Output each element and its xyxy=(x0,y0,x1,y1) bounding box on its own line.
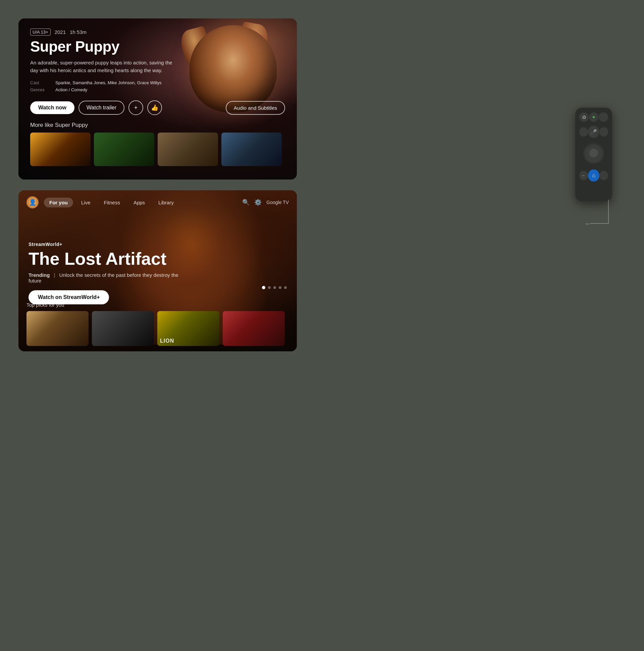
hero-dots xyxy=(262,286,287,289)
hero-tagline: Unlock the secrets of the past before th… xyxy=(29,272,179,284)
tv-navigation: 👤 For you Live Fitness Apps Library 🔍 xyxy=(19,190,297,208)
nav-label-library: Library xyxy=(158,200,174,205)
action-buttons-row: Watch now Watch trailer + 👍 Audio and Su… xyxy=(30,100,285,115)
more-like-title: More like Super Puppy xyxy=(30,122,285,128)
nav-label-fitness: Fitness xyxy=(104,200,120,205)
badge-row: U/A 13+ 2021 1h 53m xyxy=(30,29,285,36)
back-button[interactable]: ← xyxy=(579,171,588,180)
microphone-button[interactable]: 🎤 xyxy=(588,126,600,138)
extra-button-right[interactable] xyxy=(600,127,608,136)
arrow-connector: ← xyxy=(589,200,625,240)
arrow-horizontal-line xyxy=(590,223,609,224)
hero-content: StreamWorld+ The Lost Artifact Trending … xyxy=(29,242,183,304)
top-picks-label: Top picks for you xyxy=(27,302,289,308)
dot-1[interactable] xyxy=(262,286,265,289)
cast-label: Cast xyxy=(30,80,49,85)
nav-item-library[interactable]: Library xyxy=(153,198,179,207)
status-indicator xyxy=(589,113,599,122)
pick-3-label: LION xyxy=(160,338,174,344)
nav-item-for-you[interactable]: For you xyxy=(44,198,73,207)
dot-5[interactable] xyxy=(284,286,287,289)
genres-label: Genres xyxy=(30,87,49,92)
nav-label-for-you: For you xyxy=(49,200,68,205)
extra-button-1[interactable] xyxy=(599,113,608,122)
hero-subtitle: Trending | Unlock the secrets of the pas… xyxy=(29,272,183,284)
brand-label: Google TV xyxy=(266,200,289,205)
service-label: StreamWorld+ xyxy=(29,242,183,247)
movie-title: Super Puppy xyxy=(30,38,285,55)
arrow-head: ← xyxy=(585,220,591,227)
thumbnails-row xyxy=(30,132,285,166)
divider: | xyxy=(54,272,55,278)
top-picks-section: Top picks for you LION xyxy=(19,302,297,351)
extra-button-left[interactable] xyxy=(579,127,588,136)
audio-subtitles-button[interactable]: Audio and Subtitles xyxy=(226,101,285,115)
pick-item-4[interactable] xyxy=(223,311,285,346)
rating-badge: U/A 13+ xyxy=(30,29,51,36)
picks-row: LION xyxy=(27,311,289,346)
screen-top-content: U/A 13+ 2021 1h 53m Super Puppy An adora… xyxy=(19,19,297,180)
top-screen: U/A 13+ 2021 1h 53m Super Puppy An adora… xyxy=(19,19,297,180)
settings-button[interactable]: ⚙️ xyxy=(254,199,262,206)
home-icon: ⌂ xyxy=(592,173,595,179)
genres-row: Genres Action / Comedy xyxy=(30,87,285,92)
nav-item-apps[interactable]: Apps xyxy=(128,198,150,207)
dpad[interactable] xyxy=(582,141,605,165)
screen-bottom-content: 👤 For you Live Fitness Apps Library 🔍 xyxy=(19,190,297,351)
remote-control: ⏻ 🎤 ← ⌂ xyxy=(575,107,612,202)
home-button[interactable]: ⌂ xyxy=(588,169,600,182)
thumbnail-1[interactable] xyxy=(30,132,91,166)
nav-label-live: Live xyxy=(81,200,91,205)
dot-4[interactable] xyxy=(279,286,282,289)
dot-3[interactable] xyxy=(273,286,276,289)
settings-icon: ⚙️ xyxy=(254,199,262,206)
remote-top-row: ⏻ xyxy=(579,113,608,122)
cast-row: Cast Sparkie, Samantha Jones, Mike Johns… xyxy=(30,80,285,85)
watch-now-button[interactable]: Watch now xyxy=(30,101,74,114)
like-button[interactable]: 👍 xyxy=(147,100,162,115)
nav-item-live[interactable]: Live xyxy=(76,198,96,207)
movie-description: An adorable, super-powered puppy leaps i… xyxy=(30,59,174,74)
nav-label-apps: Apps xyxy=(133,200,145,205)
pick-item-1[interactable] xyxy=(27,311,89,346)
dpad-center[interactable] xyxy=(589,149,598,157)
thumbs-up-icon: 👍 xyxy=(151,104,158,112)
genres-value: Action / Comedy xyxy=(55,87,87,92)
dot-2[interactable] xyxy=(268,286,271,289)
remote-bottom-row: ← ⌂ xyxy=(579,169,608,182)
user-avatar[interactable]: 👤 xyxy=(27,196,39,208)
hero-title: The Lost Artifact xyxy=(29,250,183,268)
arrow-vertical-line xyxy=(608,200,609,223)
watch-trailer-button[interactable]: Watch trailer xyxy=(78,101,124,115)
trending-badge: Trending xyxy=(29,272,50,278)
power-button[interactable]: ⏻ xyxy=(579,113,589,122)
thumbnail-4[interactable] xyxy=(221,132,282,166)
nav-item-fitness[interactable]: Fitness xyxy=(99,198,125,207)
mic-icon: 🎤 xyxy=(590,129,597,135)
pick-item-3[interactable]: LION xyxy=(157,311,219,346)
remote-middle-row: 🎤 xyxy=(579,126,608,138)
cast-value: Sparkie, Samantha Jones, Mike Johnson, G… xyxy=(55,80,161,85)
year-text: 2021 xyxy=(55,29,66,35)
extra-button-bottom[interactable] xyxy=(600,171,608,180)
pick-item-2[interactable] xyxy=(92,311,154,346)
duration-text: 1h 53m xyxy=(70,29,87,35)
thumbnail-2[interactable] xyxy=(94,132,154,166)
add-to-list-button[interactable]: + xyxy=(128,100,143,115)
search-icon: 🔍 xyxy=(242,199,250,206)
search-button[interactable]: 🔍 xyxy=(242,199,250,206)
avatar-icon: 👤 xyxy=(29,199,36,206)
bottom-screen: 👤 For you Live Fitness Apps Library 🔍 xyxy=(19,190,297,351)
thumbnail-3[interactable] xyxy=(158,132,218,166)
nav-right: 🔍 ⚙️ Google TV xyxy=(242,199,289,206)
